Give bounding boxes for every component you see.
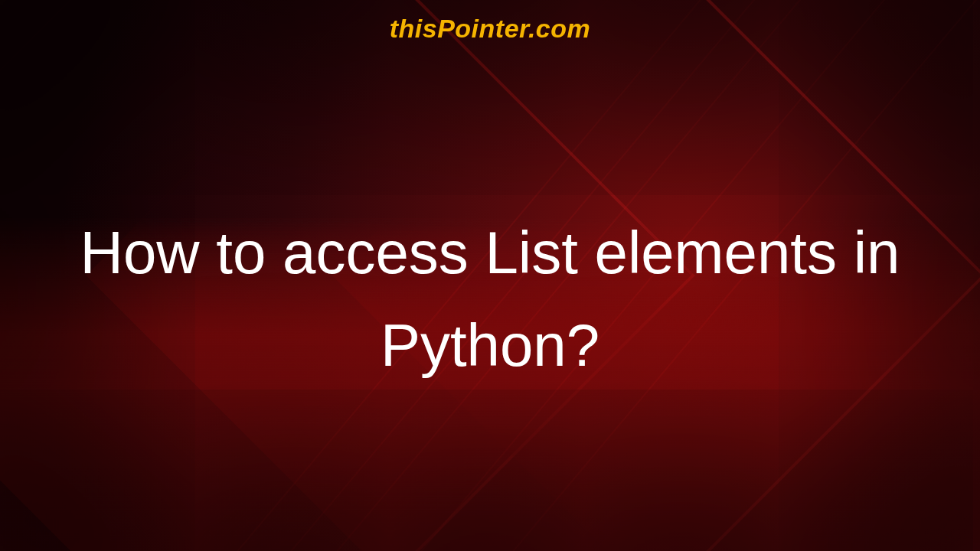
slide-card: thisPointer.com How to access List eleme… (0, 0, 980, 551)
brand-logo-text: thisPointer.com (0, 14, 980, 44)
slide-title: How to access List elements in Python? (0, 207, 980, 392)
